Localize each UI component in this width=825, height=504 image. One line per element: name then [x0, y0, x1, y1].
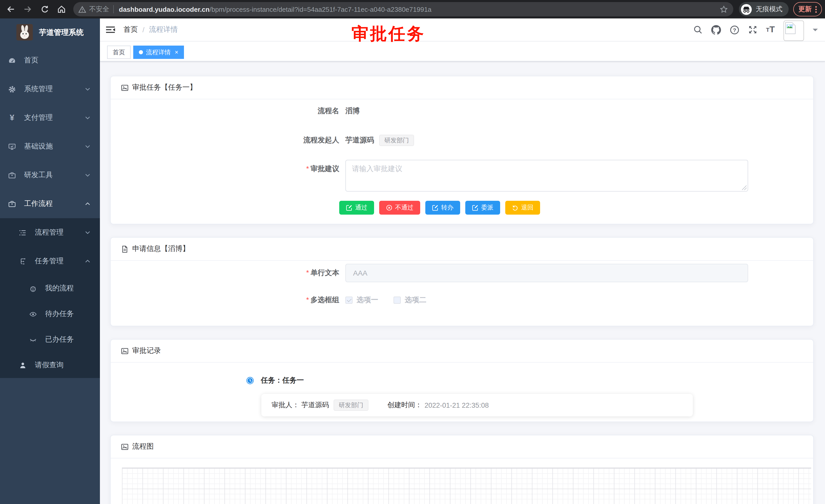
update-button[interactable]: 更新	[793, 2, 822, 16]
card-title: 审批任务【任务一】	[132, 83, 197, 92]
browser-chrome: 不安全 dashboard.yudao.iocoder.cn /bpm/proc…	[0, 0, 825, 18]
approver-label: 审批人：	[272, 401, 299, 410]
approve-button[interactable]: 通过	[339, 201, 374, 215]
picture-outline-icon	[121, 84, 129, 91]
org-tree-icon	[19, 257, 27, 265]
avatar[interactable]	[783, 20, 804, 41]
annotation-text: 审批任务	[352, 22, 425, 46]
incognito-icon	[740, 3, 752, 15]
bookmark-star-icon[interactable]	[720, 5, 728, 14]
chevron-down-icon	[85, 86, 91, 92]
approver-value: 芋道源码	[301, 401, 329, 410]
top-navbar: 首页 / 流程详情 ?	[100, 18, 825, 41]
flow-diagram-card: 流程图	[110, 435, 814, 504]
briefcase-icon	[8, 200, 16, 208]
required-asterisk: *	[306, 164, 309, 173]
back-icon[interactable]	[6, 5, 15, 14]
yen-icon: ¥	[8, 113, 16, 122]
app-title: 芋道管理系统	[39, 27, 83, 37]
search-icon[interactable]	[693, 25, 702, 34]
required-asterisk: *	[306, 268, 309, 276]
suggest-textarea[interactable]	[346, 160, 748, 191]
card-title: 审批记录	[132, 346, 161, 355]
chevron-down-icon	[85, 230, 91, 236]
breadcrumb-current: 流程详情	[149, 25, 178, 34]
sidebar: 芋道管理系统 首页 系统管理 ¥ 支付管理	[0, 18, 100, 504]
tab-home[interactable]: 首页	[107, 46, 131, 59]
bpmn-diagram-canvas[interactable]	[122, 468, 811, 504]
reject-button[interactable]: 不通过	[379, 201, 420, 215]
record-detail-card: 审批人： 芋道源码 研发部门 创建时间： 2022-01-21 22:35:08	[261, 394, 693, 416]
transfer-button[interactable]: 转办	[425, 201, 460, 215]
sidebar-item-process-mgmt[interactable]: 流程管理	[0, 218, 100, 247]
avatar-dropdown-caret[interactable]	[813, 28, 818, 33]
url-divider	[113, 5, 114, 13]
sidebar-item-task-mgmt[interactable]: 任务管理	[0, 247, 100, 275]
breadcrumb: 首页 / 流程详情	[124, 25, 178, 34]
app-logo	[16, 24, 33, 40]
url-bar[interactable]: 不安全 dashboard.yudao.iocoder.cn /bpm/proc…	[73, 2, 733, 16]
dept-tag: 研发部门	[333, 400, 368, 411]
sidebar-item-payment[interactable]: ¥ 支付管理	[0, 103, 100, 132]
browser-menu-icon[interactable]	[815, 6, 817, 12]
incognito-badge: 无痕模式	[739, 2, 789, 16]
font-size-icon[interactable]: TT	[766, 24, 775, 35]
github-icon[interactable]	[711, 25, 721, 34]
dashboard-icon	[8, 57, 16, 64]
sidebar-item-infra[interactable]: 基础设施	[0, 132, 100, 161]
tags-view-bar: 首页 流程详情 ×	[100, 41, 825, 62]
record-task-title: 任务：任务一	[261, 376, 304, 385]
initiator-value: 芋道源码	[346, 136, 374, 145]
dept-tag: 研发部门	[379, 135, 414, 146]
sidebar-item-devtools[interactable]: 研发工具	[0, 161, 100, 189]
tab-process-detail[interactable]: 流程详情 ×	[133, 46, 184, 59]
picture-outline-icon	[121, 443, 129, 450]
not-secure-icon	[78, 5, 86, 13]
card-title: 申请信息【滔博】	[132, 244, 190, 254]
sidebar-item-done-tasks[interactable]: 已办任务	[0, 327, 100, 352]
single-line-text-input	[346, 264, 748, 282]
robot-face-icon	[29, 284, 37, 292]
sidebar-item-workflow[interactable]: 工作流程	[0, 189, 100, 218]
monitor-icon	[8, 143, 16, 150]
process-name-value: 滔博	[346, 106, 360, 116]
sidebar-item-todo-tasks[interactable]: 待办任务	[0, 301, 100, 327]
checkbox-option-1: 选项一	[346, 296, 378, 305]
resize-grip[interactable]	[742, 185, 747, 190]
tree-list-icon	[19, 229, 27, 236]
picture-outline-icon	[121, 347, 129, 355]
person-icon	[19, 361, 27, 369]
chevron-down-icon	[85, 144, 91, 150]
sidebar-item-home[interactable]: 首页	[0, 46, 100, 75]
help-icon[interactable]: ?	[730, 25, 739, 34]
checkbox-option-2: 选项二	[393, 296, 426, 305]
suggest-textarea-wrap	[346, 160, 748, 191]
tab-close-icon[interactable]: ×	[175, 49, 178, 56]
sidebar-item-system[interactable]: 系统管理	[0, 75, 100, 103]
return-button[interactable]: 退回	[505, 201, 540, 215]
card-title: 流程图	[132, 442, 154, 451]
fullscreen-icon[interactable]	[748, 25, 757, 34]
security-label: 不安全	[89, 5, 109, 14]
sidebar-collapse-icon[interactable]	[105, 26, 115, 34]
gear-icon	[8, 85, 16, 93]
forward-icon[interactable]	[23, 5, 32, 14]
suggest-label: 审批建议	[310, 164, 339, 173]
page-content: 审批任务【任务一】 流程名 滔博 流程发起人 芋道源码 研发部门	[100, 62, 825, 504]
initiator-label: 流程发起人	[111, 136, 346, 145]
breadcrumb-home[interactable]: 首页	[124, 25, 138, 34]
eye-closed-icon	[29, 336, 37, 343]
home-icon[interactable]	[57, 5, 66, 14]
breadcrumb-separator: /	[142, 26, 145, 34]
incognito-label: 无痕模式	[756, 5, 782, 14]
delegate-button[interactable]: 委派	[465, 201, 500, 215]
reload-icon[interactable]	[40, 5, 49, 14]
sidebar-item-my-process[interactable]: 我的流程	[0, 275, 100, 301]
timeline-clock-icon	[246, 376, 254, 385]
checkbox-unchecked-icon	[393, 297, 401, 304]
document-icon	[121, 245, 129, 253]
sidebar-item-leave-query[interactable]: 请假查询	[0, 352, 100, 378]
apply-info-card: 申请信息【滔博】 *单行文本 *多选框组	[110, 237, 814, 326]
checkbox-group-label: 多选框组	[310, 296, 339, 304]
chevron-down-icon	[85, 172, 91, 178]
